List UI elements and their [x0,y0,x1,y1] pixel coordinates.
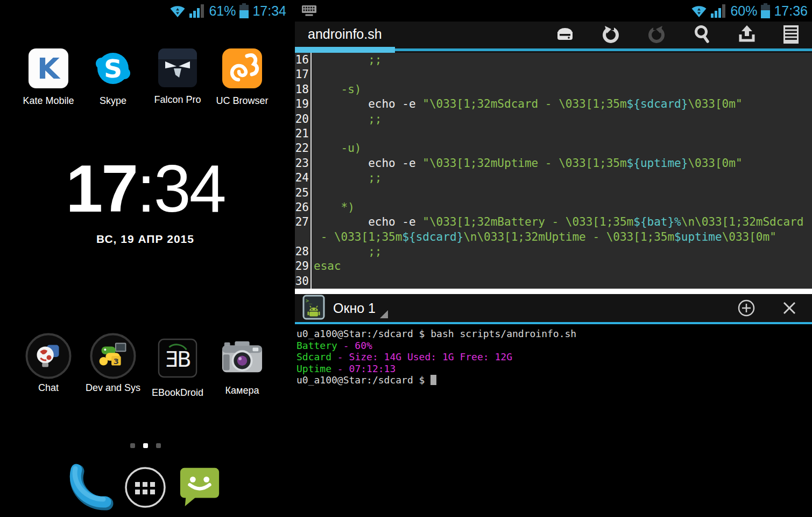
status-bar-left: 61% 17:34 [0,0,291,22]
code-area[interactable]: 16 ;;1718 -s)19 echo -e "\033[1;32mSdcar… [295,53,812,289]
line-number: 19 [295,97,312,111]
falcon-pro-icon [158,48,197,89]
open-file-icon[interactable] [737,25,757,44]
code-line: 26 *) [295,200,812,215]
line-number: 28 [295,244,312,259]
redo-icon[interactable] [647,25,666,44]
page-dot [130,443,135,448]
terminal-app-icon[interactable]: >_ [302,295,325,322]
clock-hours: 17 [66,151,137,226]
kate-mobile-icon: K [29,48,68,90]
undo-icon[interactable] [601,25,620,44]
terminal-window-title[interactable]: Окно 1 [333,301,376,316]
phone-icon[interactable] [63,462,117,515]
tab-strip-line [395,48,812,51]
terminal-line: Sdcard - Size: 14G Used: 1G Free: 12G [296,351,810,363]
app-falcon-pro[interactable]: Falcon Pro [145,48,210,107]
code-line: 30 [295,274,812,289]
save-icon[interactable] [555,25,575,43]
ebookdroid-icon: ƎB [158,338,197,380]
folder-chat[interactable]: Chat [16,333,81,399]
page-dot [156,443,161,448]
dev-and-sys-folder-icon: 3 [90,333,136,381]
line-number: 23 [295,156,312,171]
code-line: 17 [295,67,812,82]
home-screen: 61% 17:34 K Kate Mobile [0,0,291,517]
app-label: Камера [225,385,259,396]
code-line: 22 -u) [295,141,812,156]
chat-folder-icon [25,333,72,381]
svg-text:3: 3 [114,357,119,366]
battery-percent-right: 60% [730,3,757,19]
app-camera[interactable]: Камера [210,333,274,399]
app-label: Skype [100,95,126,107]
app-drawer-icon[interactable] [123,465,168,512]
keyboard-icon [295,5,316,16]
app-row-1: K Kate Mobile S Skype [16,48,274,107]
terminal-line: u0_a100@Star:/sdcard $ bash scripts/andr… [296,328,810,340]
line-number: 20 [295,112,312,127]
code-line: 29esac [295,259,812,274]
app-label: Chat [38,382,59,394]
code-line: 21 [295,127,812,141]
line-number: 17 [295,67,312,82]
app-label: UC Browser [216,95,268,107]
editor-toolbar [555,25,812,44]
window-separator [295,289,812,294]
recent-docs-icon[interactable] [783,25,799,44]
app-label: Kate Mobile [23,95,74,107]
svg-text:ƎB: ƎB [165,347,190,372]
app-label: Dev and Sys [86,382,140,394]
line-number: 18 [295,82,312,97]
terminal-line: u0_a100@Star:/sdcard $ [296,374,810,386]
line-number: 30 [295,274,312,289]
svg-text:K: K [37,52,61,86]
code-line: 19 echo -e "\033[1;32mSdcard - \033[1;35… [295,97,812,111]
battery-icon [761,3,770,18]
terminal-line: Uptime - 07:12:13 [296,363,810,375]
clock-widget: 17:34 [0,155,291,222]
dock [0,460,291,514]
line-number: 25 [295,186,312,200]
clock-status-left: 17:34 [252,3,286,19]
app-skype[interactable]: S Skype [81,48,145,107]
window-spinner-triangle[interactable] [380,310,388,318]
line-number [295,230,312,244]
terminal-line: Battery - 60% [296,340,810,352]
uc-browser-icon [222,48,262,90]
line-number: 16 [295,53,312,67]
app-ebookdroid[interactable]: ƎB EBookDroid [145,333,210,399]
clock-minutes: :34 [137,151,224,226]
svg-text:S: S [104,54,122,83]
line-number: 26 [295,200,312,215]
messaging-icon[interactable] [178,465,222,511]
editor-tab-strip [295,47,812,53]
code-line: 18 -s) [295,82,812,97]
terminal-output[interactable]: u0_a100@Star:/sdcard $ bash scripts/andr… [295,324,812,517]
editor-tab-title[interactable]: androinfo.sh [295,26,382,42]
signal-bars-icon [189,4,205,18]
page-indicator [0,443,291,448]
code-line: 28 ;; [295,244,812,259]
new-window-icon[interactable] [737,298,756,318]
code-line: 23 echo -e "\033[1;32mUptime - \033[1;35… [295,156,812,171]
search-icon[interactable] [693,25,711,44]
clock-status-right: 17:36 [774,3,808,19]
close-window-icon[interactable] [781,299,798,317]
folder-dev-and-sys[interactable]: 3 Dev and Sys [81,333,145,399]
skype-icon: S [93,48,133,90]
line-number: 29 [295,259,312,274]
signal-bars-icon [711,4,726,18]
date-widget: ВС, 19 АПР 2015 [0,233,291,246]
app-label: Falcon Pro [154,94,201,106]
app-row-2: Chat 3 Dev and Sys [16,333,274,399]
app-uc-browser[interactable]: UC Browser [210,48,274,107]
terminal-cursor [430,375,436,385]
app-label: EBookDroid [152,387,203,399]
wifi-icon [170,4,186,18]
line-number: 27 [295,215,312,229]
line-number: 22 [295,141,312,156]
battery-icon [239,3,249,18]
app-kate-mobile[interactable]: K Kate Mobile [16,48,81,107]
page-dot-active [143,443,148,448]
